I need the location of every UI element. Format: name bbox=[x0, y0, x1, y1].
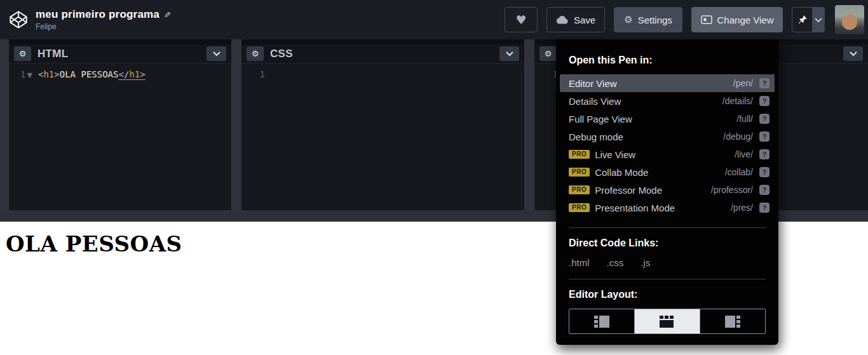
topbar-actions: ♥ Save ⚙ Settings Change View bbox=[505, 5, 864, 34]
html-settings-gear-icon[interactable]: ⚙ bbox=[14, 46, 31, 61]
divider bbox=[569, 279, 766, 279]
divider bbox=[569, 227, 766, 228]
pin-icon[interactable] bbox=[792, 8, 812, 32]
html-editor-panel: ⚙ HTML 1▼ <h1>OLA PESSOAS</h1> bbox=[9, 44, 231, 210]
cloud-icon bbox=[556, 15, 569, 24]
menu-item-professor-mode[interactable]: PRO Professor Mode /professor/ ? bbox=[560, 181, 775, 199]
help-icon[interactable]: ? bbox=[759, 96, 770, 106]
fold-arrow-icon[interactable]: ▼ bbox=[27, 71, 32, 79]
pro-badge: PRO bbox=[569, 150, 590, 159]
direct-code-links-heading: Direct Code Links: bbox=[569, 238, 766, 249]
js-settings-gear-icon[interactable]: ⚙ bbox=[539, 46, 557, 61]
save-button-label: Save bbox=[574, 15, 595, 25]
pro-badge: PRO bbox=[569, 168, 590, 177]
menu-item-editor-view[interactable]: Editor View /pen/ ? bbox=[560, 74, 775, 92]
menu-item-debug-mode[interactable]: Debug mode /debug/ ? bbox=[560, 128, 775, 145]
layout-top-icon bbox=[660, 316, 675, 328]
editor-layout-buttons bbox=[569, 309, 766, 334]
link-js[interactable]: .js bbox=[641, 257, 650, 268]
css-code-editor[interactable]: 1 bbox=[241, 64, 524, 79]
css-line-number: 1 bbox=[241, 69, 268, 79]
html-panel-title: HTML bbox=[37, 48, 68, 60]
html-code-line: <h1>OLA PESSOAS</h1> bbox=[38, 69, 146, 79]
gear-icon: ⚙ bbox=[624, 15, 632, 25]
link-css[interactable]: .css bbox=[607, 257, 624, 268]
save-button[interactable]: Save bbox=[546, 7, 605, 32]
css-editor-panel: ⚙ CSS 1 bbox=[241, 44, 524, 210]
layout-right-button[interactable] bbox=[700, 309, 765, 333]
editor-layout-heading: Editor Layout: bbox=[569, 289, 766, 300]
html-panel-header: ⚙ HTML bbox=[9, 44, 231, 64]
left-resize-rail[interactable] bbox=[0, 39, 9, 210]
html-code-editor[interactable]: 1▼ <h1>OLA PESSOAS</h1> bbox=[9, 64, 231, 79]
layout-left-icon bbox=[594, 316, 609, 328]
html-css-resize-gutter[interactable] bbox=[231, 39, 241, 210]
view-options-list: Editor View /pen/ ? Details View /detail… bbox=[560, 74, 775, 217]
pin-split-button[interactable] bbox=[792, 7, 825, 32]
change-view-dropdown: Open this Pen in: Editor View /pen/ ? De… bbox=[556, 39, 778, 345]
preview-heading: OLA PESSOAS bbox=[6, 231, 182, 257]
link-html[interactable]: .html bbox=[569, 257, 590, 268]
menu-item-full-page-view[interactable]: Full Page View /full/ ? bbox=[560, 110, 775, 128]
view-icon bbox=[701, 15, 712, 24]
css-panel-header: ⚙ CSS bbox=[241, 44, 524, 64]
menu-item-live-view[interactable]: PRO Live View /live/ ? bbox=[560, 145, 775, 163]
change-view-button-label: Change View bbox=[717, 15, 774, 25]
css-js-resize-gutter[interactable] bbox=[524, 39, 534, 210]
help-icon[interactable]: ? bbox=[759, 167, 770, 177]
layout-left-button[interactable] bbox=[569, 309, 634, 333]
help-icon[interactable]: ? bbox=[759, 185, 770, 195]
settings-button[interactable]: ⚙ Settings bbox=[614, 7, 682, 32]
pin-dropdown-chevron-icon[interactable] bbox=[812, 7, 825, 32]
avatar[interactable] bbox=[835, 5, 864, 34]
help-icon[interactable]: ? bbox=[759, 114, 770, 124]
pro-badge: PRO bbox=[569, 185, 590, 194]
help-icon[interactable]: ? bbox=[759, 131, 770, 142]
html-panel-chevron-icon[interactable] bbox=[207, 46, 226, 61]
css-settings-gear-icon[interactable]: ⚙ bbox=[247, 46, 264, 61]
direct-code-links: .html .css .js bbox=[569, 257, 766, 268]
pen-author[interactable]: Felipe bbox=[36, 22, 171, 31]
layout-right-icon bbox=[725, 316, 740, 328]
menu-item-presentation-mode[interactable]: PRO Presentation Mode /pres/ ? bbox=[560, 199, 775, 217]
css-panel-title: CSS bbox=[270, 48, 293, 60]
edit-title-icon[interactable]: ✎ bbox=[164, 10, 171, 20]
dropdown-heading: Open this Pen in: bbox=[569, 55, 766, 66]
js-panel-chevron-icon[interactable] bbox=[843, 46, 863, 61]
css-panel-chevron-icon[interactable] bbox=[499, 46, 519, 61]
html-line-number: 1▼ bbox=[9, 69, 36, 79]
settings-button-label: Settings bbox=[638, 15, 672, 25]
pen-title-block: meu primeiro programa ✎ Felipe bbox=[36, 8, 171, 31]
pro-badge: PRO bbox=[569, 203, 590, 212]
help-icon[interactable]: ? bbox=[759, 149, 770, 159]
top-header-bar: meu primeiro programa ✎ Felipe ♥ Save ⚙ … bbox=[0, 0, 868, 39]
menu-item-collab-mode[interactable]: PRO Collab Mode /collab/ ? bbox=[560, 163, 775, 181]
pen-title: meu primeiro programa bbox=[36, 8, 159, 21]
help-icon[interactable]: ? bbox=[759, 78, 770, 88]
codepen-logo-icon[interactable] bbox=[8, 9, 29, 30]
change-view-button[interactable]: Change View bbox=[691, 7, 783, 32]
help-icon[interactable]: ? bbox=[759, 203, 770, 213]
menu-item-details-view[interactable]: Details View /details/ ? bbox=[560, 92, 775, 110]
heart-icon: ♥ bbox=[515, 13, 526, 27]
layout-top-button[interactable] bbox=[634, 309, 700, 333]
like-button[interactable]: ♥ bbox=[505, 7, 538, 32]
